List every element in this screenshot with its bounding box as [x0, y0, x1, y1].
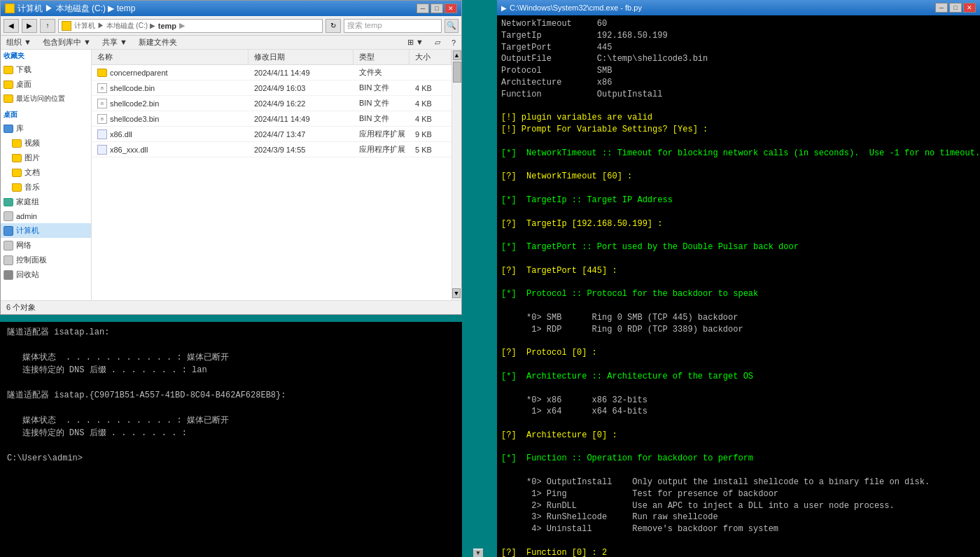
sidebar-desktop-label: 桌面: [1, 108, 91, 121]
cmd2-line-8: 媒体状态 . . . . . . . . . . . : 媒体已断开: [7, 414, 455, 427]
search-placeholder: 搜索 temp: [347, 20, 382, 31]
file-row-shellcode2[interactable]: B shellcode2.bin 2024/4/9 16:22 BIN 文件 4…: [92, 96, 451, 111]
cmd-blank-3: [501, 160, 976, 171]
close-button[interactable]: ✕: [444, 3, 457, 13]
menu-bar: 组织 ▼ 包含到库中 ▼ 共享 ▼ 新建文件夹 ⊞ ▼ ▱ ?: [1, 36, 461, 50]
cmd-blank-2: [501, 136, 976, 148]
sidebar-item-video[interactable]: 视频: [1, 136, 91, 150]
forward-button[interactable]: ▶: [22, 19, 37, 33]
cmd2-line-6: 隧道适配器 isatap.{C9071B51-A557-41BD-8C04-B4…: [7, 389, 455, 402]
address-current: temp: [158, 22, 176, 30]
cmd2-line-1: 隧道适配器 isatap.lan:: [7, 326, 455, 339]
cmd-line-protocol-smb: *0> SMB Ring 0 SMB (TCP 445) backdoor: [501, 312, 976, 324]
cmd-line-func-uninstall: 4> Uninstall Remove's backdoor from syst…: [501, 523, 976, 535]
file-name-concernedparent: concernedparent: [92, 65, 248, 80]
concernedparent-folder-icon: [97, 69, 107, 77]
sidebar-item-pictures[interactable]: 图片: [1, 150, 91, 165]
search-bar[interactable]: 搜索 temp: [344, 19, 442, 33]
sidebar-item-desktop1[interactable]: 桌面: [1, 77, 91, 92]
cmd-blank-1: [501, 101, 976, 113]
cmd-line-protocol-rdp: 1> RDP Ring 0 RDP (TCP 3389) backdoor: [501, 324, 976, 336]
maximize-button[interactable]: □: [430, 3, 443, 13]
cmd-blank-16: [501, 535, 976, 547]
file-date-shellcode2: 2024/4/9 16:22: [248, 96, 354, 111]
cmd-line-func-ping: 1> Ping Test for presence of backdoor: [501, 488, 976, 500]
sidebar-item-recycle-bin[interactable]: 回收站: [1, 267, 91, 282]
view-options-button[interactable]: ⊞ ▼: [405, 37, 426, 48]
menu-new-folder[interactable]: 新建文件夹: [136, 36, 180, 48]
sidebar-item-control-panel[interactable]: 控制面板: [1, 253, 91, 267]
file-size-shellcode: 4 KB: [410, 80, 451, 95]
file-row-shellcode[interactable]: B shellcode.bin 2024/4/9 16:03 BIN 文件 4 …: [92, 80, 451, 96]
cmd2-line-9: 连接特定的 DNS 后缀 . . . . . . . :: [7, 427, 455, 439]
preview-button[interactable]: ▱: [432, 37, 443, 48]
cmd-bottom-scrollbar[interactable]: ▼: [473, 549, 483, 557]
cmd-line-targetip-label: TargetIp 192.168.50.199: [501, 30, 976, 42]
help-button[interactable]: ?: [449, 38, 458, 48]
cmd-line-func-rundll: 2> RunDLL Use an APC to inject a DLL int…: [501, 500, 976, 512]
sidebar-item-music[interactable]: 音乐: [1, 180, 91, 195]
cmd-line-protocol-label: Protocol SMB: [501, 65, 976, 77]
back-button[interactable]: ◀: [4, 19, 19, 33]
cmd-close-button[interactable]: ✕: [963, 3, 976, 13]
recent-folder-icon: [4, 94, 13, 103]
menu-organize[interactable]: 组织 ▼: [4, 36, 34, 48]
cmd-line-function-desc: [*] Function :: Operation for backdoor t…: [501, 453, 976, 465]
file-date-concernedparent: 2024/4/11 14:49: [248, 65, 354, 80]
sidebar-item-recent[interactable]: 最近访问的位置: [1, 92, 91, 106]
cmd-line-targetip-desc: [*] TargetIp :: Target IP Address: [501, 195, 976, 206]
file-row-concernedparent[interactable]: concernedparent 2024/4/11 14:49 文件夹: [92, 65, 451, 80]
cmd-line-targetport-label: TargetPort 445: [501, 42, 976, 54]
sidebar-item-documents[interactable]: 文档: [1, 165, 91, 180]
cmd-line-arch-x64: 1> x64 x64 64-bits: [501, 406, 976, 418]
cmd-line-arch-x86: *0> x86 x86 32-bits: [501, 395, 976, 407]
address-bar[interactable]: 计算机 ▶ 本地磁盘 (C:) ▶ temp ▶: [58, 19, 323, 33]
cmd-maximize-button[interactable]: □: [949, 3, 962, 13]
file-list-scrollbar[interactable]: ▲ ▼: [451, 50, 461, 300]
cmd-titlebar: ▶ C:\Windows\System32\cmd.exe - fb.py ─ …: [497, 0, 980, 15]
cmd-blank-9: [501, 300, 976, 312]
file-name-shellcode: B shellcode.bin: [92, 80, 248, 95]
refresh-button[interactable]: ↻: [326, 19, 341, 33]
cmd-line-targetport-q: [?] TargetPort [445] :: [501, 265, 976, 277]
minimize-button[interactable]: ─: [416, 3, 429, 13]
sidebar-item-admin[interactable]: admin: [1, 209, 91, 223]
sidebar-item-library[interactable]: 库: [1, 121, 91, 136]
navigation-toolbar: ◀ ▶ ↑ 计算机 ▶ 本地磁盘 (C:) ▶ temp ▶ ↻ 搜索 temp…: [1, 16, 461, 36]
cmd-line-prompt-settings: [!] Prompt For Variable Settings? [Yes] …: [501, 124, 976, 136]
cmd2-line-10: [7, 439, 455, 452]
cmd-minimize-button[interactable]: ─: [935, 3, 948, 13]
sidebar-item-computer[interactable]: 计算机: [1, 223, 91, 238]
network-icon: [4, 241, 13, 251]
sidebar: 收藏夹 下载 桌面 最近访问的位置 桌面 库 视频: [1, 50, 92, 300]
sidebar-favorites-label: 收藏夹: [1, 50, 91, 62]
file-explorer-window: 计算机 ▶ 本地磁盘 (C:) ▶ temp ─ □ ✕ ◀ ▶ ↑ 计算机 ▶…: [0, 0, 462, 315]
sidebar-item-download[interactable]: 下载: [1, 62, 91, 77]
file-row-x86xxxdll[interactable]: x86_xxx.dll 2024/3/9 14:55 应用程序扩展 5 KB: [92, 142, 451, 157]
cmd-blank-14: [501, 442, 976, 453]
cmd2-content: 隧道适配器 isatap.lan: 媒体状态 . . . . . . . . .…: [0, 322, 462, 557]
homegroup-icon: [4, 198, 13, 206]
cmd-line-protocol-desc: [*] Protocol :: Protocol for the backdoo…: [501, 288, 976, 300]
sidebar-item-network[interactable]: 网络: [1, 238, 91, 253]
search-button[interactable]: 🔍: [444, 19, 458, 33]
shellcode-bin-icon: B: [97, 83, 107, 93]
sidebar-item-homegroup[interactable]: 家庭组: [1, 195, 91, 209]
x86xxxdll-icon: [97, 145, 107, 155]
menu-add-to-library[interactable]: 包含到库中 ▼: [40, 36, 94, 48]
menu-share[interactable]: 共享 ▼: [99, 36, 130, 48]
file-row-shellcode3[interactable]: B shellcode3.bin 2024/4/11 14:49 BIN 文件 …: [92, 111, 451, 127]
cmd2-line-2: [7, 339, 455, 351]
cmd-line-networktimeout-q: [?] NetworkTimeout [60] :: [501, 171, 976, 183]
file-row-x86dll[interactable]: x86.dll 2024/4/7 13:47 应用程序扩展 9 KB: [92, 127, 451, 142]
cmd-line-targetport-desc: [*] TargetPort :: Port used by the Doubl…: [501, 241, 976, 253]
up-button[interactable]: ↑: [40, 19, 55, 33]
col-header-date[interactable]: 修改日期: [248, 50, 354, 64]
scroll-indicator: ▼: [473, 549, 483, 557]
cmd-blank-11: [501, 359, 976, 371]
col-header-size[interactable]: 大小: [410, 50, 451, 64]
music-folder-icon: [12, 183, 22, 192]
col-header-name[interactable]: 名称: [92, 50, 248, 64]
recycle-bin-icon: [4, 270, 13, 280]
col-header-type[interactable]: 类型: [354, 50, 410, 64]
